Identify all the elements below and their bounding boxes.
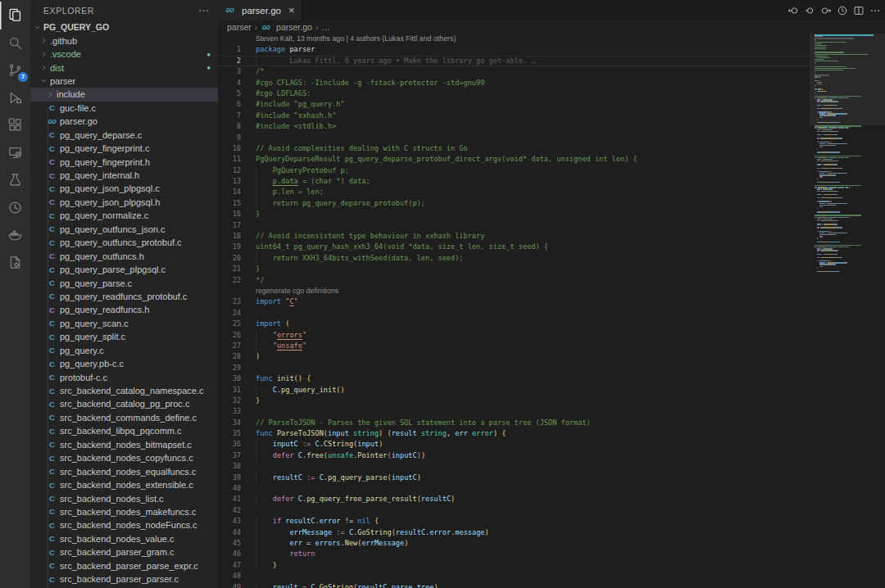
tree-item-src-backend-catalog-namespace-c[interactable]: Csrc_backend_catalog_namespace.c	[30, 384, 218, 397]
code-line-30[interactable]: 30func init() {	[218, 373, 810, 384]
activity-remote-explorer[interactable]	[0, 139, 30, 167]
code-line-9[interactable]: 9	[218, 133, 810, 143]
tree-item-parser-go[interactable]: GOparser.go	[30, 115, 218, 128]
tree-item-pg-query-normalize-c[interactable]: Cpg_query_normalize.c	[30, 209, 218, 222]
code-line-33[interactable]: 33	[218, 406, 810, 417]
code-line-11[interactable]: 11PgQueryDeparseResult pg_query_deparse_…	[218, 154, 810, 165]
activity-search[interactable]	[0, 29, 30, 57]
minimap-slider[interactable]	[810, 34, 885, 125]
open-change-icon[interactable]	[804, 5, 815, 16]
tree-item-src-backend-catalog-pg-proc-c[interactable]: Csrc_backend_catalog_pg_proc.c	[30, 397, 218, 410]
code-line-7[interactable]: 7#include "xxhash.h"	[218, 111, 810, 121]
code-line-28[interactable]: 28)	[218, 351, 810, 362]
tree-item-src-backend-nodes-extensible-c[interactable]: Csrc_backend_nodes_extensible.c	[30, 478, 218, 491]
tree-item-pg-query-readfuncs-protobuf-c[interactable]: Cpg_query_readfuncs_protobuf.c	[30, 290, 218, 303]
code-line-8[interactable]: 8#include <stdlib.h>	[218, 121, 810, 132]
code-line-47[interactable]: 47 }	[218, 560, 810, 571]
code-line-23[interactable]: 23import "C"	[218, 296, 810, 307]
tab-parser-go[interactable]: GO parser.go ×	[218, 0, 302, 20]
code-line-22[interactable]: 22*/	[218, 275, 810, 286]
breadcrumb-item-parser[interactable]: parser	[227, 22, 252, 32]
tree-item-src-backend-nodes-value-c[interactable]: Csrc_backend_nodes_value.c	[30, 532, 218, 545]
code-line-36[interactable]: 36 inputC := C.CString(input)	[218, 439, 810, 450]
tree-item-pg-query-json-plpgsql-c[interactable]: Cpg_query_json_plpgsql.c	[30, 182, 218, 195]
tree-item-pg-query-c[interactable]: Cpg_query.c	[30, 344, 218, 357]
tree-item-src-backend-nodes-equalfuncs-c[interactable]: Csrc_backend_nodes_equalfuncs.c	[30, 464, 218, 477]
tree-item-pg-query-fingerprint-h[interactable]: Cpg_query_fingerprint.h	[30, 155, 218, 168]
more-actions-icon[interactable]: ⋯	[198, 4, 210, 16]
tree-item-pg-query-split-c[interactable]: Cpg_query_split.c	[30, 330, 218, 343]
tree-item-src-backend-nodes-makefuncs-c[interactable]: Csrc_backend_nodes_makefuncs.c	[30, 505, 218, 518]
activity-source-control[interactable]: 7	[0, 57, 30, 84]
tree-item-pg-query-outfuncs-h[interactable]: Cpg_query_outfuncs.h	[30, 249, 218, 262]
tree-item--vscode[interactable]: .vscode●	[30, 47, 218, 61]
breadcrumb-item-parser-go[interactable]: GOparser.go	[261, 22, 312, 32]
code-line-1[interactable]: 1package parser	[218, 44, 810, 55]
tree-item-src-backend-parser-parser-c[interactable]: Csrc_backend_parser_parser.c	[30, 572, 218, 586]
code-line-42[interactable]: 42	[218, 505, 810, 516]
tree-item-pg-query-readfuncs-h[interactable]: Cpg_query_readfuncs.h	[30, 303, 218, 316]
tree-item-pg-query-fingerprint-c[interactable]: Cpg_query_fingerprint.c	[30, 142, 218, 155]
code-line-46[interactable]: 46 return	[218, 549, 810, 559]
code-line-2[interactable]: 2 Lukas Fittl, 6 years ago • Make the li…	[218, 56, 810, 66]
close-tab-icon[interactable]: ×	[288, 5, 295, 16]
code-line-4[interactable]: 4#cgo CFLAGS: -Iinclude -g -fstack-prote…	[218, 78, 810, 88]
activity-history[interactable]	[0, 194, 30, 222]
next-change-icon[interactable]	[820, 5, 832, 16]
codelens-link[interactable]: regenerate cgo definitions	[218, 286, 810, 296]
breadcrumb-item--[interactable]: …	[321, 22, 330, 32]
code-line-19[interactable]: 19uint64_t pg_query_hash_xxh3_64(void *d…	[218, 242, 810, 252]
tree-item-src-backend-nodes-bitmapset-c[interactable]: Csrc_backend_nodes_bitmapset.c	[30, 438, 218, 451]
code-line-45[interactable]: 45 err = errors.New(errMessage)	[218, 538, 810, 549]
code-line-14[interactable]: 14 p.len = len;	[218, 187, 810, 197]
tree-item-pg-query-pb-c-c[interactable]: Cpg_query.pb-c.c	[30, 357, 218, 370]
code-line-12[interactable]: 12 PgQueryProtobuf p;	[218, 165, 810, 176]
activity-testing[interactable]	[0, 166, 30, 194]
activity-docker[interactable]	[0, 221, 30, 249]
code-line-43[interactable]: 43 if resultC.error != nil {	[218, 516, 810, 527]
code-line-41[interactable]: 41 defer C.pg_query_free_parse_result(re…	[218, 494, 810, 504]
tree-item-src-backend-nodes-nodefuncs-c[interactable]: Csrc_backend_nodes_nodeFuncs.c	[30, 518, 218, 531]
code-line-17[interactable]: 17	[218, 220, 810, 231]
code-line-20[interactable]: 20 return XXH3_64bits_withSeed(data, len…	[218, 253, 810, 264]
activity-explorer[interactable]	[0, 2, 30, 29]
code-line-49[interactable]: 49 result = C.GoString(resultC.parse_tre…	[218, 582, 810, 588]
tree-item-pg-query-scan-c[interactable]: Cpg_query_scan.c	[30, 317, 218, 330]
code-line-48[interactable]: 48	[218, 571, 810, 581]
code-line-27[interactable]: 27 "unsafe"	[218, 341, 810, 351]
code-line-38[interactable]: 38	[218, 461, 810, 472]
tree-item-src-backend-parser-parse-expr-c[interactable]: Csrc_backend_parser_parse_expr.c	[30, 559, 218, 572]
code-line-44[interactable]: 44 errMessage := C.GoString(resultC.erro…	[218, 527, 810, 538]
split-editor-icon[interactable]	[853, 5, 865, 16]
code-line-32[interactable]: 32}	[218, 396, 810, 406]
tree-item-pg-query-internal-h[interactable]: Cpg_query_internal.h	[30, 169, 218, 182]
activity-extensions[interactable]	[0, 111, 30, 139]
code-line-21[interactable]: 21}	[218, 264, 810, 274]
code-line-39[interactable]: 39 resultC := C.pg_query_parse(inputC)	[218, 473, 810, 483]
code-line-18[interactable]: 18// Avoid inconsistent type behaviour i…	[218, 231, 810, 242]
code-line-29[interactable]: 29	[218, 363, 810, 373]
tree-item-src-backend-commands-define-c[interactable]: Csrc_backend_commands_define.c	[30, 411, 218, 424]
code-line-5[interactable]: 5#cgo LDFLAGS:	[218, 88, 810, 99]
tree-item-src-backend-nodes-copyfuncs-c[interactable]: Csrc_backend_nodes_copyfuncs.c	[30, 451, 218, 464]
code-line-31[interactable]: 31 C.pg_query_init()	[218, 385, 810, 396]
code-line-34[interactable]: 34// ParseToJSON - Parses the given SQL …	[218, 418, 810, 428]
code-line-15[interactable]: 15 return pg_query_deparse_protobuf(p);	[218, 198, 810, 209]
code-line-40[interactable]: 40	[218, 483, 810, 494]
code-line-3[interactable]: 3/*	[218, 66, 810, 77]
code-line-24[interactable]: 24	[218, 308, 810, 319]
more-actions-icon[interactable]	[869, 5, 881, 16]
tree-item-include[interactable]: include	[30, 88, 218, 101]
tree-item-pg-query-outfuncs-protobuf-c[interactable]: Cpg_query_outfuncs_protobuf.c	[30, 236, 218, 249]
code-line-6[interactable]: 6#include "pg_query.h"	[218, 99, 810, 110]
previous-change-icon[interactable]	[787, 5, 799, 16]
tree-item-pg-query-go[interactable]: PG_QUERY_GO	[30, 20, 218, 34]
tree-item-src-backend-nodes-list-c[interactable]: Csrc_backend_nodes_list.c	[30, 491, 218, 504]
file-history-icon[interactable]	[837, 5, 848, 16]
code-line-37[interactable]: 37 defer C.free(unsafe.Pointer(inputC))	[218, 450, 810, 461]
tree-item-src-backend-libpq-pqcomm-c[interactable]: Csrc_backend_libpq_pqcomm.c	[30, 424, 218, 437]
code-line-35[interactable]: 35func ParseToJSON(input string) (result…	[218, 428, 810, 439]
code-line-25[interactable]: 25import (	[218, 319, 810, 329]
tree-item-dist[interactable]: dist●	[30, 61, 218, 74]
code-line-13[interactable]: 13 p.data = (char *) data;	[218, 176, 810, 187]
